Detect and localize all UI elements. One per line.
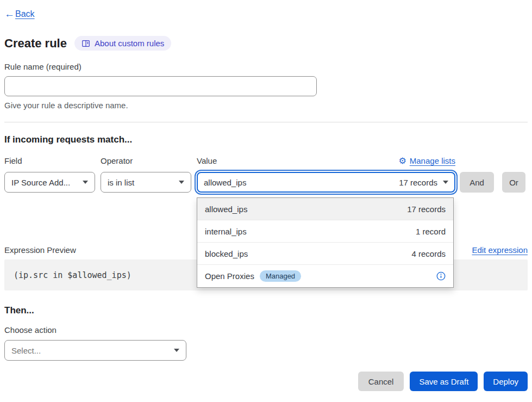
list-name: Open Proxies (205, 271, 254, 281)
chevron-down-icon (83, 181, 88, 184)
back-arrow-icon: ← (4, 9, 15, 19)
value-select[interactable]: allowed_ips 17 records (197, 172, 455, 193)
operator-select-value: is in list (108, 178, 134, 187)
list-dropdown-menu: allowed_ips 17 records internal_ips 1 re… (197, 197, 454, 288)
edit-expression-link[interactable]: Edit expression (472, 245, 528, 255)
chevron-down-icon (174, 349, 179, 352)
list-name: allowed_ips (205, 205, 247, 214)
field-select[interactable]: IP Source Add... (4, 172, 95, 193)
book-icon (82, 39, 90, 48)
expression-code: (ip.src in $allowed_ips) (14, 270, 132, 280)
page-title: Create rule (4, 36, 67, 51)
cancel-button[interactable]: Cancel (358, 372, 404, 391)
value-select-value: allowed_ips (204, 178, 246, 187)
then-heading: Then... (4, 305, 528, 316)
dropdown-item-open-proxies[interactable]: Open Proxies Managed (197, 265, 453, 287)
dropdown-item-allowed-ips[interactable]: allowed_ips 17 records (197, 198, 453, 220)
action-select[interactable]: Select... (4, 340, 186, 361)
manage-lists-link[interactable]: ⚙ Manage lists (398, 156, 455, 165)
list-name: internal_ips (205, 227, 247, 236)
dropdown-item-blocked-ips[interactable]: blocked_ips 4 records (197, 243, 453, 265)
save-as-draft-button[interactable]: Save as Draft (410, 372, 478, 391)
list-record-count: 4 records (411, 249, 446, 258)
list-record-count: 1 record (416, 227, 446, 236)
gear-icon: ⚙ (398, 157, 406, 165)
info-icon[interactable] (436, 271, 446, 281)
field-label: Field (4, 156, 95, 165)
managed-badge: Managed (260, 270, 301, 282)
rule-name-helper: Give your rule a descriptive name. (4, 101, 528, 110)
title-row: Create rule About custom rules (4, 36, 528, 51)
dropdown-item-internal-ips[interactable]: internal_ips 1 record (197, 220, 453, 243)
badge-label: About custom rules (95, 39, 164, 48)
expression-preview-label: Expression Preview (4, 245, 76, 255)
rule-name-input[interactable] (4, 76, 317, 96)
match-heading: If incoming requests match... (4, 134, 528, 145)
value-select-meta: 17 records (399, 178, 437, 187)
deploy-button[interactable]: Deploy (484, 372, 528, 391)
chevron-down-icon (443, 181, 448, 184)
operator-label: Operator (101, 156, 191, 165)
or-button[interactable]: Or (502, 172, 525, 193)
rule-name-label: Rule name (required) (4, 62, 528, 71)
action-select-placeholder: Select... (11, 346, 41, 355)
about-custom-rules-badge[interactable]: About custom rules (74, 36, 171, 51)
operator-select[interactable]: is in list (101, 172, 191, 193)
create-rule-page: ← Back Create rule About custom rules Ru… (0, 0, 532, 391)
and-button[interactable]: And (460, 172, 494, 193)
list-name: blocked_ips (205, 249, 248, 258)
section-divider (4, 122, 528, 122)
list-record-count: 17 records (407, 205, 446, 214)
value-label: Value (197, 156, 217, 165)
field-select-value: IP Source Add... (11, 178, 70, 187)
footer-actions: Cancel Save as Draft Deploy (4, 372, 528, 391)
choose-action-label: Choose action (4, 325, 528, 335)
back-link[interactable]: ← Back (4, 9, 35, 19)
chevron-down-icon (179, 181, 184, 184)
match-condition-row: Field IP Source Add... Operator is in li… (4, 156, 528, 193)
